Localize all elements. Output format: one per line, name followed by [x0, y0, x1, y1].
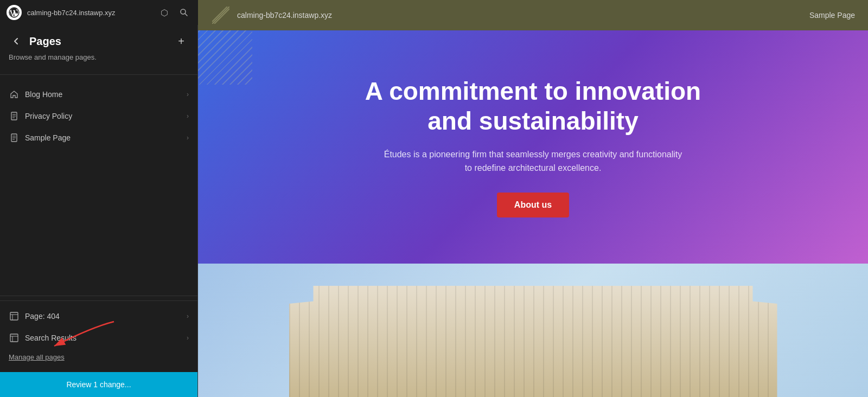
template-icon-search: [9, 332, 20, 343]
browser-chrome-left: calming-bb7c24.instawp.xyz: [211, 5, 332, 25]
sidebar-item-sample-page[interactable]: Sample Page ›: [0, 127, 197, 149]
sidebar-header: Pages +: [0, 25, 197, 53]
home-icon: [9, 89, 20, 100]
sidebar-item-page-404[interactable]: Page: 404 ›: [0, 305, 197, 327]
top-bar-icons: ⬡: [157, 5, 192, 20]
building-section: [198, 264, 868, 397]
site-logo-icon: [211, 5, 231, 25]
sidebar-nav: Blog Home › Privacy Policy ›: [0, 79, 197, 291]
hero-title: A commitment to innovation and sustainab…: [343, 76, 723, 136]
manage-all-pages-link[interactable]: Manage all pages: [0, 349, 197, 368]
sidebar-subtitle: Browse and manage pages.: [0, 53, 197, 70]
search-results-label: Search Results: [25, 334, 181, 342]
sidebar-title: Pages: [29, 35, 61, 48]
site-url-topbar: calming-bb7c24.instawp.xyz: [27, 9, 151, 17]
chevron-right-icon-3: ›: [187, 134, 189, 142]
svg-line-22: [212, 7, 227, 22]
top-bar: calming-bb7c24.instawp.xyz ⬡: [0, 0, 198, 25]
sidebar-header-left: Pages: [9, 34, 61, 49]
sidebar-item-search-results[interactable]: Search Results ›: [0, 327, 197, 349]
external-link-icon[interactable]: ⬡: [157, 5, 172, 20]
chevron-right-icon-4: ›: [187, 312, 189, 320]
sidebar-item-privacy-policy[interactable]: Privacy Policy ›: [0, 105, 197, 127]
doc-icon-privacy: [9, 111, 20, 121]
preview-area: calming-bb7c24.instawp.xyz Sample Page A…: [198, 0, 868, 397]
sidebar-divider-top: [0, 74, 197, 75]
hero-subtitle: Études is a pioneering firm that seamles…: [381, 148, 685, 175]
about-us-button[interactable]: About us: [497, 193, 569, 217]
page-404-label: Page: 404: [25, 312, 181, 321]
sidebar-item-blog-home[interactable]: Blog Home ›: [0, 84, 197, 105]
doc-icon-sample: [9, 132, 20, 143]
privacy-policy-label: Privacy Policy: [25, 112, 181, 120]
main-layout: calming-bb7c24.instawp.xyz ⬡: [0, 0, 868, 397]
template-icon-404: [9, 311, 20, 322]
svg-rect-15: [10, 334, 18, 342]
sidebar-bottom: Page: 404 › Search Results › Manage all …: [0, 300, 197, 372]
sample-page-label: Sample Page: [25, 133, 181, 142]
svg-line-20: [212, 7, 229, 24]
svg-rect-12: [10, 312, 18, 320]
browser-nav-link[interactable]: Sample Page: [809, 11, 855, 20]
review-changes-button[interactable]: Review 1 change...: [0, 372, 197, 397]
browser-chrome: calming-bb7c24.instawp.xyz Sample Page: [198, 0, 868, 30]
svg-line-21: [214, 9, 229, 24]
chevron-right-icon: ›: [187, 91, 189, 98]
building-image: [289, 280, 777, 397]
add-page-button[interactable]: +: [174, 34, 189, 49]
sidebar: calming-bb7c24.instawp.xyz ⬡: [0, 0, 198, 397]
hero-section: A commitment to innovation and sustainab…: [198, 30, 868, 264]
wp-logo[interactable]: [7, 5, 22, 20]
chevron-right-icon-5: ›: [187, 334, 189, 342]
back-button[interactable]: [9, 34, 24, 49]
chevron-right-icon-2: ›: [187, 112, 189, 120]
browser-url-text: calming-bb7c24.instawp.xyz: [237, 11, 332, 20]
blog-home-label: Blog Home: [25, 90, 181, 99]
svg-line-3: [185, 14, 187, 16]
building-lines-decoration: [289, 280, 777, 397]
sidebar-divider-bottom: [0, 296, 197, 296]
search-icon[interactable]: [176, 5, 192, 20]
